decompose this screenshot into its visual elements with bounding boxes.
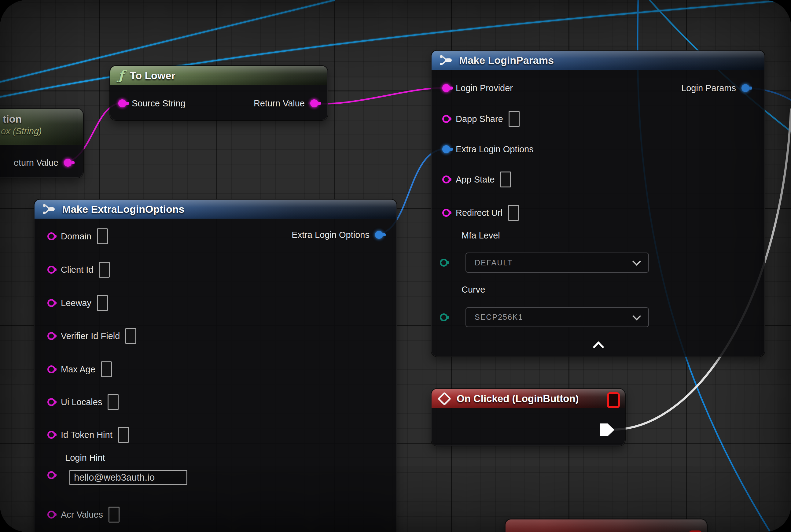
- make-struct-icon: [440, 54, 453, 66]
- login-hint-input[interactable]: [70, 470, 187, 485]
- leeway-value-box[interactable]: [97, 295, 108, 311]
- on-clicked-login-header[interactable]: On Clicked (LoginButton): [431, 389, 625, 408]
- mfa-level-label: Mfa Level: [462, 230, 500, 241]
- curve-dropdown[interactable]: SECP256K1: [465, 307, 649, 327]
- ui-locales-pin[interactable]: [47, 398, 55, 406]
- id-token-hint-pin[interactable]: [47, 431, 55, 439]
- curve-pin[interactable]: [440, 314, 448, 321]
- extra-login-options-out-label: Extra Login Options: [292, 230, 369, 240]
- curve-value: SECP256K1: [475, 313, 523, 322]
- on-clicked-login-title: On Clicked (LoginButton): [457, 393, 579, 404]
- to-lower-header[interactable]: ƒ To Lower: [110, 66, 327, 85]
- ui-locales-label: Ui Locales: [61, 397, 102, 407]
- max-age-pin[interactable]: [47, 365, 55, 373]
- acr-values-label: Acr Values: [61, 510, 103, 520]
- ui-locales-value-box[interactable]: [108, 394, 119, 410]
- event-binding-icon[interactable]: [689, 530, 702, 532]
- client-id-value-box[interactable]: [99, 262, 110, 278]
- event-icon: [437, 392, 451, 405]
- mfa-level-dropdown[interactable]: DEFAULT: [465, 252, 649, 273]
- collapse-node-button[interactable]: [593, 342, 604, 353]
- login-hint-label: Login Hint: [65, 453, 105, 463]
- on-clicked-logout-header[interactable]: On Clicked (LogoutButton): [505, 519, 707, 532]
- source-string-label: Source String: [132, 98, 186, 109]
- make-struct-icon: [42, 203, 56, 215]
- login-params-out-pin[interactable]: [741, 84, 749, 92]
- verifier-id-field-value-box[interactable]: [125, 328, 136, 344]
- make-login-params-header[interactable]: Make LoginParams: [431, 51, 765, 70]
- chevron-down-icon: [632, 311, 641, 320]
- app-state-value-box[interactable]: [500, 172, 511, 187]
- extra-login-options-out-pin[interactable]: [375, 231, 383, 239]
- verifier-id-field-label: Verifier Id Field: [61, 331, 120, 341]
- chevron-down-icon: [632, 257, 641, 266]
- dapp-share-value-box[interactable]: [508, 111, 520, 127]
- node-on-clicked-logout-button[interactable]: On Clicked (LogoutButton): [505, 519, 707, 532]
- wire-string-tolower[interactable]: [308, 88, 446, 103]
- event-binding-icon[interactable]: [607, 392, 620, 408]
- return-value-label: eturn Value: [14, 158, 58, 168]
- function-icon: ƒ: [118, 69, 124, 82]
- id-token-hint-value-box[interactable]: [118, 427, 129, 443]
- node-partial-string-source[interactable]: tion ox (String) eturn Value: [0, 109, 83, 178]
- node-partial-header[interactable]: tion ox (String): [0, 109, 83, 145]
- max-age-label: Max Age: [61, 364, 95, 375]
- to-lower-title: To Lower: [130, 70, 175, 82]
- login-provider-pin[interactable]: [442, 84, 450, 92]
- make-extra-title: Make ExtraLoginOptions: [62, 203, 185, 215]
- exec-out-pin[interactable]: [600, 423, 614, 436]
- leeway-label: Leeway: [61, 298, 91, 308]
- extra-login-options-in-label: Extra Login Options: [456, 144, 534, 154]
- domain-pin[interactable]: [47, 232, 55, 240]
- source-string-pin[interactable]: [118, 99, 126, 107]
- node-partial-subtitle: ox (String): [0, 125, 83, 136]
- to-lower-return-label: Return Value: [254, 98, 305, 109]
- return-value-pin[interactable]: [64, 159, 72, 167]
- login-hint-pin[interactable]: [47, 471, 55, 479]
- acr-values-value-box[interactable]: [109, 507, 119, 522]
- node-make-extra-login-options[interactable]: Make ExtraLoginOptions Extra Login Optio…: [34, 200, 397, 532]
- blueprint-canvas[interactable]: tion ox (String) eturn Value ƒ To Lower …: [0, 0, 791, 532]
- client-id-pin[interactable]: [47, 266, 55, 274]
- acr-values-pin[interactable]: [47, 511, 55, 518]
- leeway-pin[interactable]: [47, 299, 55, 307]
- login-provider-label: Login Provider: [456, 83, 513, 93]
- max-age-value-box[interactable]: [101, 361, 112, 377]
- make-extra-header[interactable]: Make ExtraLoginOptions: [35, 200, 397, 218]
- client-id-label: Client Id: [61, 265, 93, 275]
- id-token-hint-label: Id Token Hint: [61, 430, 113, 440]
- node-on-clicked-login-button[interactable]: On Clicked (LoginButton): [431, 388, 625, 446]
- node-to-lower[interactable]: ƒ To Lower Source String Return Value: [110, 66, 328, 120]
- redirect-url-value-box[interactable]: [508, 205, 519, 221]
- verifier-id-field-pin[interactable]: [47, 332, 55, 340]
- dapp-share-label: Dapp Share: [456, 114, 503, 124]
- dapp-share-pin[interactable]: [442, 115, 450, 123]
- redirect-url-label: Redirect Url: [456, 208, 502, 218]
- mfa-level-value: DEFAULT: [475, 258, 513, 267]
- domain-label: Domain: [61, 231, 91, 242]
- make-login-params-title: Make LoginParams: [459, 54, 554, 66]
- app-state-pin[interactable]: [442, 175, 450, 184]
- node-partial-title: tion: [0, 109, 83, 125]
- node-make-login-params[interactable]: Make LoginParams Login Provider Login Pa…: [431, 51, 765, 357]
- extra-login-options-in-pin[interactable]: [442, 145, 450, 153]
- domain-value-box[interactable]: [97, 228, 108, 244]
- mfa-level-pin[interactable]: [440, 259, 448, 267]
- login-params-out-label: Login Params: [681, 83, 736, 93]
- app-state-label: App State: [456, 175, 495, 185]
- redirect-url-pin[interactable]: [442, 209, 450, 217]
- to-lower-return-pin[interactable]: [310, 99, 318, 107]
- curve-label: Curve: [462, 285, 485, 295]
